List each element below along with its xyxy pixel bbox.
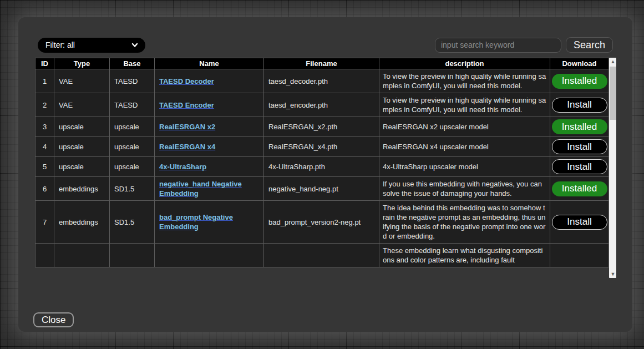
header-description: description	[379, 58, 550, 69]
cell-type: VAE	[54, 93, 110, 117]
cell-download: Install	[550, 93, 609, 117]
cell-type: embeddings	[54, 177, 110, 201]
cell-download: Install	[550, 137, 609, 157]
cell-id: 6	[36, 177, 54, 201]
close-button[interactable]: Close	[33, 312, 74, 327]
header-base: Base	[110, 58, 155, 69]
install-button[interactable]: Install	[552, 139, 607, 154]
model-name-link[interactable]: TAESD Decoder	[159, 77, 214, 85]
cell-description: The idea behind this embedding was to so…	[379, 201, 550, 244]
header-type: Type	[54, 58, 110, 69]
cell-id: 1	[36, 69, 54, 93]
table-row: 2 VAE TAESD TAESD Encoder taesd_encoder.…	[36, 93, 609, 117]
table-row: 5 upscale upscale 4x-UltraSharp 4x-Ultra…	[36, 157, 609, 177]
cell-base: upscale	[110, 137, 155, 157]
table-header-row: ID Type Base Name Filename description D…	[36, 58, 609, 69]
model-name-link[interactable]: TAESD Encoder	[159, 101, 214, 109]
cell-description: 4x-UltraSharp upscaler model	[379, 157, 550, 177]
cell-type: upscale	[54, 157, 110, 177]
cell-description: To view the preview in high quality whil…	[379, 93, 550, 117]
cell-download: Installed	[550, 177, 609, 201]
cell-download: Installed	[550, 117, 609, 137]
cell-description: To view the preview in high quality whil…	[379, 69, 550, 93]
cell-id	[36, 244, 54, 267]
table-row: 4 upscale upscale RealESRGAN x4 RealESRG…	[36, 137, 609, 157]
chevron-down-icon	[131, 41, 139, 49]
table-row: 6 embeddings SD1.5 negative_hand Negativ…	[36, 177, 609, 201]
models-table: ID Type Base Name Filename description D…	[35, 58, 609, 267]
install-button[interactable]: Install	[552, 98, 607, 113]
scrollbar-thumb[interactable]	[610, 67, 616, 120]
model-name-link[interactable]: RealESRGAN x2	[159, 123, 215, 131]
cell-filename: negative_hand-neg.pt	[264, 177, 379, 201]
install-models-dialog: Filter: all Search ID Type Base Name Fi	[18, 17, 632, 332]
table-row: 3 upscale upscale RealESRGAN x2 RealESRG…	[36, 117, 609, 137]
cell-name	[155, 244, 264, 267]
table-row: 7 embeddings SD1.5 bad_prompt Negative E…	[36, 201, 609, 244]
scrollbar-down-arrow-icon[interactable]: ▼	[609, 270, 616, 278]
cell-type	[54, 244, 110, 267]
header-download: Download	[550, 58, 609, 69]
cell-name: 4x-UltraSharp	[155, 157, 264, 177]
header-filename: Filename	[264, 58, 379, 69]
search-button[interactable]: Search	[566, 37, 613, 53]
comfyui-canvas-background: { "dialog": { "filter": { "selected": "F…	[0, 0, 644, 349]
header-name: Name	[155, 58, 264, 69]
cell-id: 5	[36, 157, 54, 177]
cell-description: RealESRGAN x4 upscaler model	[379, 137, 550, 157]
models-table-zone: ID Type Base Name Filename description D…	[35, 58, 616, 278]
cell-base: SD1.5	[110, 201, 155, 244]
cell-download: Install	[550, 201, 609, 244]
cell-name: RealESRGAN x2	[155, 117, 264, 137]
cell-name: negative_hand Negative Embedding	[155, 177, 264, 201]
cell-id: 7	[36, 201, 54, 244]
cell-description: If you use this embedding with negatives…	[379, 177, 550, 201]
cell-base: TAESD	[110, 69, 155, 93]
table-row: 1 VAE TAESD TAESD Decoder taesd_decoder.…	[36, 69, 609, 93]
cell-filename: RealESRGAN_x4.pth	[264, 137, 379, 157]
cell-download	[550, 244, 609, 267]
cell-name: bad_prompt Negative Embedding	[155, 201, 264, 244]
cell-type: embeddings	[54, 201, 110, 244]
cell-description: RealESRGAN x2 upscaler model	[379, 117, 550, 137]
header-id: ID	[36, 58, 54, 69]
cell-filename	[264, 244, 379, 267]
table-scrollbar[interactable]: ▲ ▼	[609, 58, 616, 278]
search-input[interactable]	[435, 38, 561, 53]
cell-id: 3	[36, 117, 54, 137]
model-name-link[interactable]: bad_prompt Negative Embedding	[159, 213, 233, 231]
cell-base: upscale	[110, 157, 155, 177]
cell-type: upscale	[54, 117, 110, 137]
cell-filename: taesd_decoder.pth	[264, 69, 379, 93]
cell-id: 4	[36, 137, 54, 157]
cell-type: VAE	[54, 69, 110, 93]
cell-name: RealESRGAN x4	[155, 137, 264, 157]
cell-download: Install	[550, 157, 609, 177]
installed-button[interactable]: Installed	[552, 74, 607, 89]
search-group: Search	[435, 37, 613, 53]
filter-select[interactable]: Filter: all	[38, 38, 145, 53]
scrollbar-up-arrow-icon[interactable]: ▲	[609, 58, 616, 65]
cell-description: These embedding learn what disgusting co…	[379, 244, 550, 267]
installed-button[interactable]: Installed	[552, 119, 607, 134]
cell-name: TAESD Decoder	[155, 69, 264, 93]
cell-name: TAESD Encoder	[155, 93, 264, 117]
dialog-toolbar: Filter: all Search	[38, 37, 613, 53]
model-name-link[interactable]: 4x-UltraSharp	[159, 163, 206, 171]
cell-filename: bad_prompt_version2-neg.pt	[264, 201, 379, 244]
cell-base: TAESD	[110, 93, 155, 117]
model-name-link[interactable]: RealESRGAN x4	[159, 143, 215, 151]
cell-type: upscale	[54, 137, 110, 157]
cell-id: 2	[36, 93, 54, 117]
cell-base	[110, 244, 155, 267]
model-name-link[interactable]: negative_hand Negative Embedding	[159, 180, 242, 198]
installed-button[interactable]: Installed	[552, 181, 607, 196]
cell-base: upscale	[110, 117, 155, 137]
cell-filename: taesd_encoder.pth	[264, 93, 379, 117]
install-button[interactable]: Install	[552, 159, 607, 174]
table-row-partial: These embedding learn what disgusting co…	[36, 244, 609, 267]
filter-select-value: Filter: all	[45, 41, 131, 49]
cell-download: Installed	[550, 69, 609, 93]
cell-filename: RealESRGAN_x2.pth	[264, 117, 379, 137]
install-button[interactable]: Install	[552, 215, 607, 230]
